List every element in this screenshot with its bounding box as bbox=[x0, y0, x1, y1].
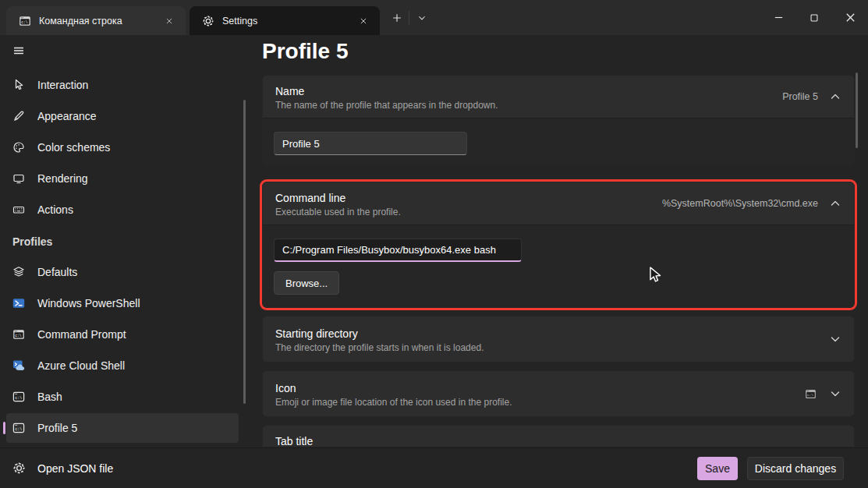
new-tab-button[interactable] bbox=[386, 8, 408, 28]
setting-title: Tab title bbox=[275, 435, 841, 447]
sidebar-item-windows-powershell[interactable]: Windows PowerShell bbox=[6, 288, 239, 318]
tabbar-separator bbox=[409, 11, 409, 25]
icon-setting-card: Icon Emoji or image file location of the… bbox=[262, 370, 855, 417]
hamburger-menu-button[interactable] bbox=[6, 41, 37, 61]
minimize-button[interactable] bbox=[760, 0, 796, 35]
cmd-icon bbox=[12, 328, 25, 341]
setting-title: Starting directory bbox=[275, 327, 829, 340]
command-line-setting-card: Command line Executable used in the prof… bbox=[262, 182, 855, 308]
starting-directory-expander-header[interactable]: Starting directory The directory the pro… bbox=[263, 316, 854, 362]
sidebar-item-command-prompt[interactable]: Command Prompt bbox=[6, 320, 239, 349]
settings-footer: Open JSON file Save Discard changes bbox=[0, 447, 868, 488]
open-json-file-button[interactable]: Open JSON file bbox=[12, 461, 697, 475]
sidebar-item-rendering[interactable]: Rendering bbox=[6, 164, 239, 193]
chevron-up-icon[interactable] bbox=[829, 197, 841, 210]
page-title: Profile 5 bbox=[262, 39, 348, 64]
starting-directory-setting-card: Starting directory The directory the pro… bbox=[262, 316, 855, 362]
setting-current-value: Profile 5 bbox=[782, 91, 818, 102]
profiles-section-header: Profiles bbox=[12, 235, 250, 251]
chevron-down-icon[interactable] bbox=[829, 387, 841, 400]
sidebar-item-interaction[interactable]: Interaction bbox=[6, 70, 239, 100]
command-line-expander-header[interactable]: Command line Executable used in the prof… bbox=[263, 182, 854, 225]
setting-description: The name of the profile that appears in … bbox=[275, 100, 782, 111]
tab-dropdown-button[interactable] bbox=[411, 8, 433, 28]
name-expander-header[interactable]: Name The name of the profile that appear… bbox=[263, 76, 854, 118]
browse-button[interactable]: Browse... bbox=[274, 271, 339, 295]
profile-icon-preview bbox=[805, 388, 817, 400]
settings-main-panel: Profile 5 Name The name of the profile t… bbox=[250, 35, 868, 447]
sidebar-item-profile-5[interactable]: Profile 5 bbox=[6, 413, 239, 443]
azure-cloud-icon bbox=[12, 359, 25, 372]
tab-title-expander-header[interactable]: Tab title bbox=[263, 426, 854, 447]
chevron-down-icon[interactable] bbox=[829, 333, 841, 345]
name-setting-card: Name The name of the profile that appear… bbox=[262, 75, 855, 166]
layers-icon bbox=[12, 266, 25, 278]
cmd-outline-icon bbox=[12, 422, 25, 434]
tab-label: Командная строка bbox=[39, 16, 161, 27]
gear-icon bbox=[202, 15, 214, 27]
close-button[interactable] bbox=[832, 0, 868, 35]
setting-title: Command line bbox=[275, 192, 662, 204]
sidebar-item-appearance[interactable]: Appearance bbox=[6, 101, 239, 131]
tab-title-setting-card: Tab title bbox=[262, 425, 855, 447]
tab-label: Settings bbox=[222, 16, 355, 27]
tab-command-prompt[interactable]: Командная строка bbox=[6, 6, 186, 35]
discard-changes-button[interactable]: Discard changes bbox=[747, 457, 844, 480]
close-tab-icon[interactable] bbox=[355, 12, 372, 30]
setting-title: Name bbox=[275, 85, 782, 97]
cursor-icon bbox=[12, 79, 25, 91]
setting-description: Executable used in the profile. bbox=[275, 207, 662, 217]
windows-terminal-settings-window: Командная строка Settings Interaction bbox=[0, 0, 868, 488]
chevron-up-icon[interactable] bbox=[829, 90, 841, 103]
tab-settings[interactable]: Settings bbox=[190, 6, 380, 35]
setting-title: Icon bbox=[275, 382, 805, 394]
save-button[interactable]: Save bbox=[697, 457, 738, 480]
setting-description: The directory the profile starts in when… bbox=[275, 342, 829, 353]
setting-description: Emoji or image file location of the icon… bbox=[275, 397, 805, 408]
keyboard-icon bbox=[12, 203, 25, 216]
settings-sidebar: Interaction Appearance Color schemes Ren… bbox=[0, 35, 250, 447]
sidebar-item-azure-cloud-shell[interactable]: Azure Cloud Shell bbox=[6, 351, 239, 380]
sidebar-item-color-schemes[interactable]: Color schemes bbox=[6, 133, 239, 162]
command-line-input[interactable] bbox=[274, 239, 522, 262]
sidebar-item-actions[interactable]: Actions bbox=[6, 195, 239, 225]
palette-icon bbox=[12, 141, 25, 154]
close-tab-icon[interactable] bbox=[161, 12, 178, 30]
monitor-icon bbox=[12, 172, 25, 185]
sidebar-item-defaults[interactable]: Defaults bbox=[6, 257, 239, 287]
gear-icon bbox=[12, 461, 26, 475]
setting-current-value: %SystemRoot%\System32\cmd.exe bbox=[662, 198, 818, 209]
cmd-outline-icon bbox=[12, 391, 25, 403]
powershell-icon bbox=[12, 297, 25, 309]
brush-icon bbox=[12, 110, 25, 122]
main-scrollbar[interactable] bbox=[856, 72, 858, 148]
icon-expander-header[interactable]: Icon Emoji or image file location of the… bbox=[263, 371, 854, 416]
profile-name-input[interactable] bbox=[274, 132, 467, 155]
maximize-button[interactable] bbox=[796, 0, 832, 35]
sidebar-item-bash[interactable]: Bash bbox=[6, 382, 239, 412]
titlebar: Командная строка Settings bbox=[0, 0, 868, 35]
cmd-icon bbox=[19, 15, 31, 27]
sidebar-scrollbar[interactable] bbox=[243, 100, 246, 404]
